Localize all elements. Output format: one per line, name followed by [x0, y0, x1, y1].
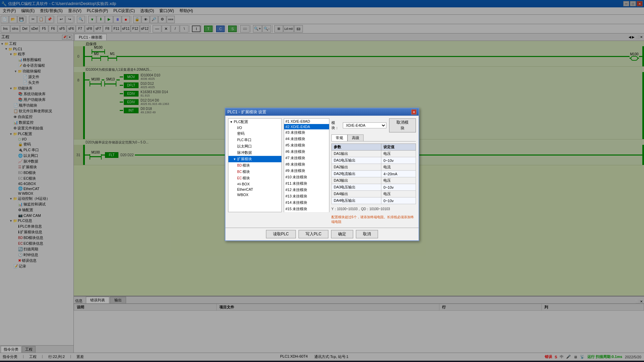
param-value[interactable]: 电压	[381, 177, 416, 184]
modal-title: PLC1 - 扩展模块 设置	[227, 109, 266, 115]
param-name: DA1输出	[332, 150, 381, 157]
slot-11[interactable]: #11 未挂模块	[284, 180, 329, 187]
param-value[interactable]: 4~20mA	[381, 171, 416, 177]
slot-10[interactable]: #10 未挂模块	[284, 174, 329, 180]
slot-12[interactable]: #12 未挂模块	[284, 187, 329, 193]
param-row-da1volt: DA1电压输出 0~10v	[332, 157, 416, 164]
modal-tree-wbox[interactable]: WBOX	[228, 192, 281, 197]
modal-tree-plcconfig[interactable]: ▼ PLC配置	[228, 119, 281, 125]
write-plc-btn[interactable]: 写入PLC	[299, 230, 328, 238]
param-name: DA3电压输出	[332, 184, 381, 191]
param-row-da2out: DA2输出 电流	[332, 164, 416, 171]
slot-9[interactable]: #9 未挂模块	[284, 168, 329, 174]
param-row-da4out: DA4输出 电压	[332, 191, 416, 197]
modal-tree-password[interactable]: 密码	[228, 130, 281, 137]
module-select[interactable]: XD/E-E4DA	[343, 122, 386, 128]
modal-title-bar: PLC1 - 扩展模块 设置 ✕	[225, 108, 419, 116]
param-value[interactable]: 电压	[381, 150, 416, 157]
cancel-btn[interactable]: 取消	[356, 230, 378, 238]
col-value: 设定值	[381, 144, 416, 150]
modal-note: Y：10100~10103，QD：10100~10103	[331, 206, 416, 212]
slot-15[interactable]: #15 未挂模块	[284, 206, 329, 212]
ok-btn[interactable]: 确定	[331, 230, 353, 238]
param-name: DA2输出	[332, 164, 381, 171]
param-row-da1out: DA1输出 电压	[332, 150, 416, 157]
module-selector-row: 模块： XD/E-E4DA 取消模块	[331, 118, 416, 132]
module-label: 模块：	[331, 120, 340, 130]
param-name: DA3输出	[332, 177, 381, 184]
slot-1[interactable]: #1 XD/E-E8AD	[284, 119, 329, 124]
param-value[interactable]: 0~10v	[381, 184, 416, 191]
expand-module-dialog: PLC1 - 扩展模块 设置 ✕ ▼ PLC配置 I/O 密码	[225, 108, 419, 241]
params-body: DA1输出 电压 DA1电压输出 0~10v DA2输出 电流 DA2电流输	[332, 150, 416, 204]
param-row-da2curr: DA2电流输出 4~20mA	[332, 171, 416, 177]
modal-tree-io[interactable]: I/O	[228, 125, 281, 130]
modal-tree-pulse[interactable]: 脉冲数据	[228, 149, 281, 156]
param-row-da4volt: DA4电压输出 0~10v	[332, 197, 416, 204]
modal-footer: 读取PLC 写入PLC 确定 取消	[225, 228, 419, 240]
params-table: 参数 设定值 DA1输出 电压 DA1电压输出 0~10v	[331, 143, 416, 204]
modal-warning: 配置模块超过6个，请添加终端电阻。长排线必须添加终端电阻	[331, 214, 416, 225]
slot-14[interactable]: #14 未挂模块	[284, 199, 329, 206]
modal-slot-list: #1 XD/E-E8AD #2 XD/E-E4DA #3 未挂模块 #4 未挂模…	[284, 118, 329, 212]
modal-tree-ethercat[interactable]: EtherCAT	[228, 187, 281, 192]
col-param: 参数	[332, 144, 381, 150]
modal-tree-bc[interactable]: BC 模块	[228, 169, 281, 175]
slot-6[interactable]: #6 未挂模块	[284, 148, 329, 155]
param-name: DA2电流输出	[332, 171, 381, 177]
slot-13[interactable]: #13 未挂模块	[284, 193, 329, 199]
param-value[interactable]: 电压	[381, 191, 416, 197]
param-name: DA4电压输出	[332, 197, 381, 204]
modal-tab-general[interactable]: 常规	[331, 134, 347, 141]
param-row-da3out: DA3输出 电压	[332, 177, 416, 184]
modal-param-tabs: 常规 高级	[331, 134, 416, 141]
slot-7[interactable]: #7 未挂模块	[284, 155, 329, 161]
param-row-da3volt: DA3电压输出 0~10v	[332, 184, 416, 191]
cancel-module-btn[interactable]: 取消模块	[389, 118, 416, 132]
slot-3[interactable]: #3 未挂模块	[284, 129, 329, 136]
slot-8[interactable]: #8 未挂模块	[284, 161, 329, 168]
slot-4[interactable]: #4 未挂模块	[284, 136, 329, 142]
param-name: DA4输出	[332, 191, 381, 197]
param-value[interactable]: 电流	[381, 164, 416, 171]
modal-tab-advanced[interactable]: 高级	[347, 134, 364, 141]
modal-tree-ethernet[interactable]: 以太网口	[228, 143, 281, 149]
param-value[interactable]: 0~10v	[381, 197, 416, 204]
modal-body: ▼ PLC配置 I/O 密码 PLC 串口 以	[225, 116, 419, 228]
modal-overlay: PLC1 - 扩展模块 设置 ✕ ▼ PLC配置 I/O 密码	[0, 0, 644, 362]
modal-tree-expand[interactable]: ▼ 扩展模块	[228, 156, 281, 162]
modal-tree-panel: ▼ PLC配置 I/O 密码 PLC 串口 以	[228, 118, 282, 212]
modal-tree-plcport[interactable]: PLC 串口	[228, 137, 281, 143]
modal-tree-4gbox[interactable]: 4G BOX	[228, 181, 281, 187]
slot-5[interactable]: #5 未挂模块	[284, 142, 329, 148]
param-value[interactable]: 0~10v	[381, 157, 416, 164]
modal-tree-bd[interactable]: BD 模块	[228, 162, 281, 169]
slot-2[interactable]: #2 XD/E-E4DA	[284, 124, 329, 129]
read-plc-btn[interactable]: 读取PLC	[266, 230, 296, 238]
modal-close-btn[interactable]: ✕	[411, 109, 417, 115]
modal-tree-ec[interactable]: EC 模块	[228, 175, 281, 181]
param-name: DA1电压输出	[332, 157, 381, 164]
modal-right-panel: 模块： XD/E-E4DA 取消模块 常规 高级 参数 设定	[331, 118, 416, 225]
